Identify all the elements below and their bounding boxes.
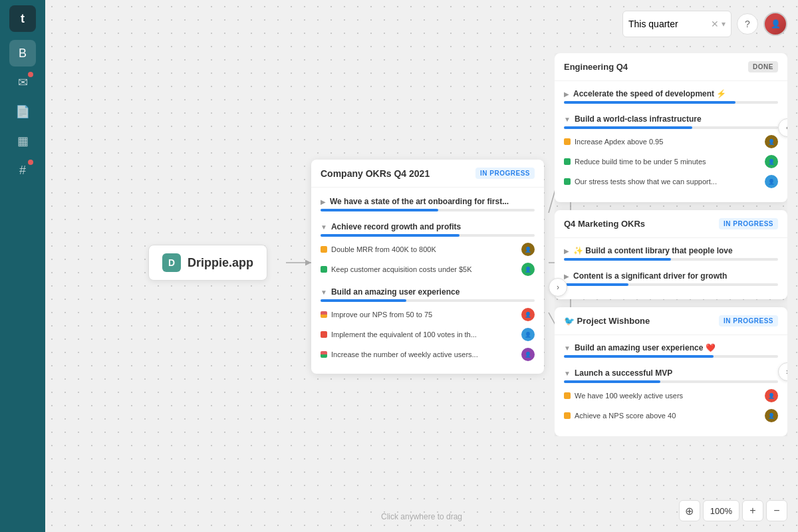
obj1-progress-fill — [321, 209, 438, 211]
mkt-obj1-progress — [564, 258, 671, 261]
wishbone-card-body: ▼ Build an amazing user experience ❤️ ▼ … — [555, 335, 787, 436]
obj1-progress-bg — [321, 209, 535, 211]
kr-indicator-2-2 — [321, 266, 327, 273]
sidebar-item-hash[interactable]: # — [9, 157, 36, 184]
kr-row-3-2: Implement the equivalent of 100 votes in… — [321, 325, 535, 344]
chevron-obj1[interactable]: ▶ — [321, 198, 326, 205]
eng-kr-3: Our stress tests show that we can suppor… — [564, 172, 778, 192]
marketing-card-status: IN PROGRESS — [719, 218, 778, 229]
marketing-card-header: Q4 Marketing OKRs IN PROGRESS — [555, 210, 787, 238]
sidebar-item-chart[interactable]: ▦ — [9, 128, 36, 154]
kr-indicator-3-3 — [321, 351, 327, 358]
hash-badge — [28, 160, 33, 165]
kr-text-2-2: Keep customer acquisition costs under $5… — [331, 265, 517, 273]
wb-kr-avatar-2: 👤 — [765, 409, 778, 422]
kr-avatar-2-1: 👤 — [521, 243, 535, 256]
zoom-out-button[interactable]: − — [766, 500, 787, 521]
company-okrs-card: Company OKRs Q4 2021 IN PROGRESS ▶ We ha… — [311, 160, 544, 374]
eng-kr-avatar-1: 👤 — [765, 135, 778, 148]
company-card-title: Company OKRs Q4 2021 — [321, 168, 430, 179]
mkt-obj1-title: ✨ Build a content library that people lo… — [573, 246, 733, 255]
wb-obj1-row: ▼ Build an amazing user experience ❤️ — [564, 339, 778, 364]
kr-text-3-2: Implement the equivalent of 100 votes in… — [331, 331, 517, 338]
obj3-progress-fill — [321, 299, 406, 302]
mkt-obj2-progress — [564, 283, 628, 286]
kr-row-2-1: Double MRR from 400K to 800K 👤 — [321, 239, 535, 259]
locate-button[interactable]: ⊕ — [679, 500, 700, 521]
engineering-card: Engineering Q4 DONE ▶ Accelerate the spe… — [555, 53, 787, 202]
wb-kr-avatar-1: 👤 — [765, 389, 778, 402]
filter-input-container[interactable]: ✕ ▾ — [622, 11, 732, 37]
marketing-card-title: Q4 Marketing OKRs — [564, 219, 645, 229]
objective-row-3: ▼ Build an amazing user experience Impro… — [321, 283, 535, 368]
filter-input[interactable] — [628, 19, 708, 29]
engineering-card-status: DONE — [748, 61, 778, 72]
chevron-mkt-obj2[interactable]: ▶ — [564, 273, 569, 280]
wb-kr-1: We have 100 weekly active users 👤 — [564, 386, 778, 406]
marketing-card-body: ▶ ✨ Build a content library that people … — [555, 238, 787, 299]
wishbone-card-status: IN PROGRESS — [719, 315, 778, 327]
obj2-progress-bg — [321, 234, 535, 237]
sidebar-item-inbox[interactable]: ✉ — [9, 69, 36, 96]
sidebar-item-docs[interactable]: 📄 — [9, 98, 36, 125]
eng-obj2-row: ▼ Build a world-class infrastructure Inc… — [564, 110, 778, 196]
topbar: ✕ ▾ ? 👤 — [622, 11, 787, 37]
eng-kr-text-2: Reduce build time to be under 5 minutes — [575, 158, 761, 166]
wb-obj2-row: ▼ Launch a successful MVP We have 100 we… — [564, 364, 778, 430]
eng-obj1-row: ▶ Accelerate the speed of development ⚡ — [564, 85, 778, 110]
filter-dropdown-icon[interactable]: ▾ — [722, 19, 726, 29]
kr-row-3-3: Increase the number of weekly active use… — [321, 344, 535, 364]
zoom-controls: ⊕ 100% + − — [679, 500, 787, 521]
sidebar-logo[interactable]: t — [9, 5, 36, 32]
zoom-in-button[interactable]: + — [742, 500, 763, 521]
eng-kr-2: Reduce build time to be under 5 minutes … — [564, 152, 778, 172]
chevron-obj2[interactable]: ▼ — [321, 223, 327, 231]
engineering-card-body: ▶ Accelerate the speed of development ⚡ … — [555, 81, 787, 202]
chevron-wb-obj2[interactable]: ▼ — [564, 370, 571, 377]
kr-indicator-3-1 — [321, 311, 327, 318]
chevron-mkt-obj1[interactable]: ▶ — [564, 247, 569, 255]
kr-row-2-2: Keep customer acquisition costs under $5… — [321, 259, 535, 279]
company-card-body: ▶ We have a state of the art onboarding … — [311, 188, 544, 374]
kr-text-3-1: Improve our NPS from 50 to 75 — [331, 311, 517, 319]
user-avatar[interactable]: 👤 — [763, 12, 787, 36]
engineering-card-title: Engineering Q4 — [564, 62, 628, 72]
chevron-eng-obj2[interactable]: ▼ — [564, 116, 571, 123]
chevron-wb-obj1[interactable]: ▼ — [564, 344, 571, 352]
kr-avatar-3-2: 👤 — [521, 328, 535, 341]
main-canvas: ✕ ▾ ? 👤 D Drippie.app Company OKRs Q4 20… — [45, 0, 798, 532]
kr-text-3-3: Increase the number of weekly active use… — [331, 350, 517, 358]
kr-indicator-2-1 — [321, 246, 327, 253]
kr-row-3-1: Improve our NPS from 50 to 75 👤 — [321, 305, 535, 325]
kr-avatar-2-2: 👤 — [521, 263, 535, 276]
drippie-label: Drippie.app — [188, 256, 253, 270]
obj3-title: Build an amazing user experience — [331, 287, 460, 297]
eng-kr-text-3: Our stress tests show that we can suppor… — [575, 178, 761, 186]
objective-row-2: ▼ Achieve record growth and profits Doub… — [321, 218, 535, 283]
kr-text-2-1: Double MRR from 400K to 800K — [331, 245, 517, 253]
wishbone-card-header: 🐦 Project Wishbone IN PROGRESS — [555, 307, 787, 335]
filter-clear-icon[interactable]: ✕ — [711, 19, 719, 29]
wb-obj2-title: Launch a successful MVP — [575, 368, 672, 378]
chevron-eng-obj1[interactable]: ▶ — [564, 90, 569, 98]
sidebar: t B ✉ 📄 ▦ # — [0, 0, 45, 532]
mkt-obj1-row: ▶ ✨ Build a content library that people … — [564, 242, 778, 267]
wb-obj2-progress — [564, 380, 660, 383]
sidebar-item-home[interactable]: B — [9, 40, 36, 66]
mkt-obj2-title: Content is a significant driver for grow… — [573, 271, 727, 281]
eng-obj1-progress — [564, 101, 735, 104]
obj2-title: Achieve record growth and profits — [331, 222, 461, 231]
inbox-badge — [28, 72, 33, 77]
wb-kr-2: Achieve a NPS score above 40 👤 — [564, 406, 778, 426]
help-button[interactable]: ? — [737, 13, 758, 35]
company-card-status: IN PROGRESS — [475, 168, 535, 179]
drippie-node[interactable]: D Drippie.app — [148, 245, 267, 281]
obj3-progress-bg — [321, 299, 535, 302]
kr-avatar-3-3: 👤 — [521, 348, 535, 361]
eng-kr-1: Increase Apdex above 0.95 👤 — [564, 132, 778, 152]
mid-chevron-button[interactable]: › — [549, 278, 567, 297]
company-card-header: Company OKRs Q4 2021 IN PROGRESS — [311, 160, 544, 188]
chevron-obj3[interactable]: ▼ — [321, 289, 327, 296]
eng-obj2-title: Build a world-class infrastructure — [575, 114, 702, 124]
eng-kr-text-1: Increase Apdex above 0.95 — [575, 138, 761, 146]
